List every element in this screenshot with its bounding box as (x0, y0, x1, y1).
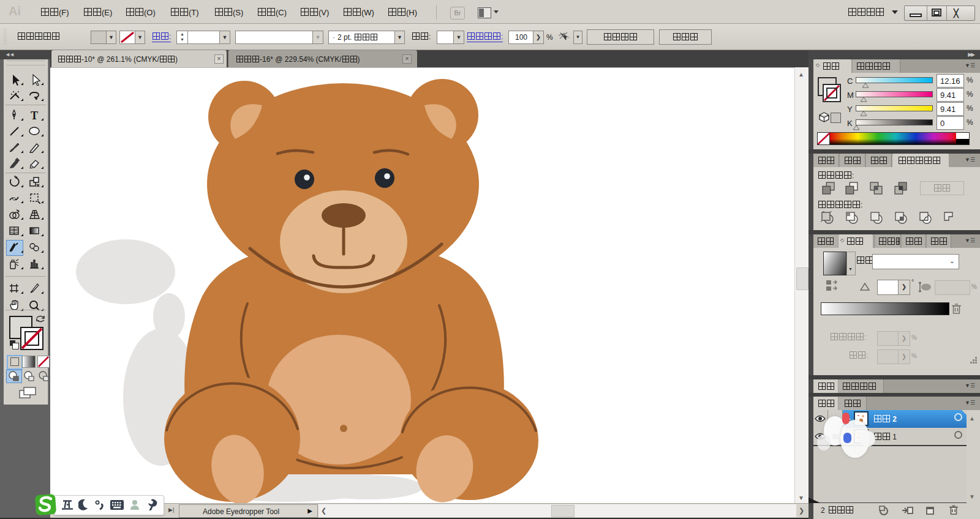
svg-text:T: T (31, 110, 38, 121)
